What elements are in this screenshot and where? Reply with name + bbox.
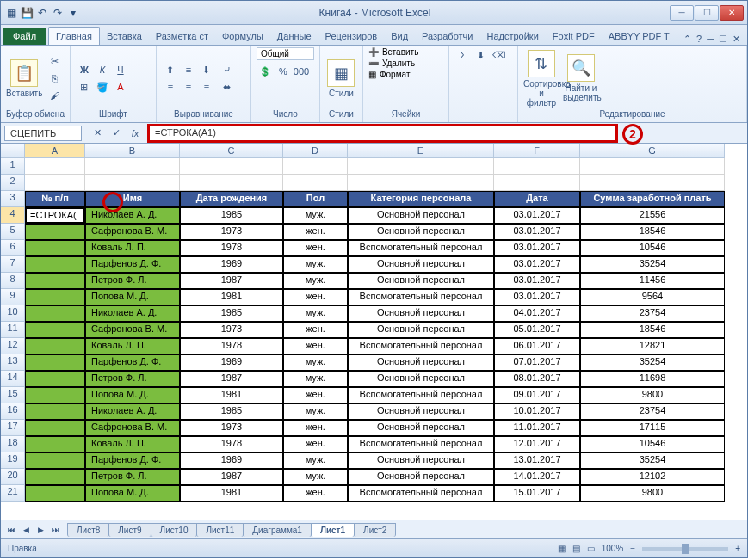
- tab-insert[interactable]: Вставка: [100, 28, 149, 45]
- cell-cat[interactable]: Вспомогательный персонал: [348, 338, 494, 354]
- cell-sum[interactable]: 12821: [580, 338, 725, 354]
- cell-cat[interactable]: Основной персонал: [348, 420, 494, 436]
- cell-cat[interactable]: Вспомогательный персонал: [348, 485, 494, 502]
- view-break-icon[interactable]: ▭: [587, 544, 595, 553]
- cell-date[interactable]: 06.01.2017: [494, 338, 580, 354]
- cell-birth[interactable]: 1973: [180, 420, 283, 436]
- doc-min-icon[interactable]: ─: [707, 34, 714, 45]
- formula-input[interactable]: =СТРОКА(A1) 2: [147, 124, 618, 143]
- sheet-tab-Лист8[interactable]: Лист8: [67, 523, 109, 537]
- cell-date[interactable]: 13.01.2017: [494, 452, 580, 469]
- cell-sex[interactable]: муж.: [283, 256, 348, 273]
- cell-name[interactable]: Попова М. Д.: [85, 485, 180, 502]
- doc-close-icon[interactable]: ✕: [733, 34, 740, 45]
- tab-abbyy[interactable]: ABBYY PDF T: [602, 28, 677, 45]
- align-left-icon[interactable]: ≡: [162, 79, 179, 95]
- cell-sum[interactable]: 23754: [580, 305, 725, 322]
- sheet-tab-Лист11[interactable]: Лист11: [196, 523, 244, 537]
- cell-birth[interactable]: 1978: [180, 338, 283, 354]
- tab-last-icon[interactable]: ⏭: [48, 523, 62, 537]
- cell-date[interactable]: 14.01.2017: [494, 469, 580, 485]
- cell-num[interactable]: [25, 371, 85, 387]
- cell-name[interactable]: Николаев А. Д.: [85, 403, 180, 420]
- cell-name[interactable]: Петров Ф. Л.: [85, 273, 180, 289]
- cell-birth[interactable]: 1987: [180, 273, 283, 289]
- tab-developer[interactable]: Разработчи: [415, 28, 479, 45]
- row-hdr-4[interactable]: 4: [1, 207, 25, 224]
- row-hdr-5[interactable]: 5: [1, 224, 25, 240]
- cell-birth[interactable]: 1973: [180, 224, 283, 240]
- cell-sex[interactable]: муж.: [283, 371, 348, 387]
- copy-icon[interactable]: ⎘: [46, 71, 63, 86]
- cell-birth[interactable]: 1981: [180, 387, 283, 403]
- cell-num[interactable]: [25, 403, 85, 420]
- editing-cell[interactable]: =СТРОКА(: [25, 207, 85, 224]
- sort-filter-button[interactable]: ⇅ Сортировка и фильтр: [523, 50, 559, 108]
- col-hdr-D[interactable]: D: [283, 144, 348, 158]
- cut-icon[interactable]: ✂: [46, 53, 63, 69]
- cell-sum[interactable]: 12102: [580, 469, 725, 485]
- cell-sum[interactable]: 11456: [580, 273, 725, 289]
- cell-sex[interactable]: муж.: [283, 452, 348, 469]
- cell[interactable]: [25, 158, 85, 175]
- row-hdr-8[interactable]: 8: [1, 273, 25, 289]
- cell-num[interactable]: [25, 322, 85, 338]
- cell-sex[interactable]: жен.: [283, 240, 348, 256]
- cell-cat[interactable]: Основной персонал: [348, 207, 494, 224]
- cell-num[interactable]: [25, 338, 85, 354]
- cell-cat[interactable]: Вспомогательный персонал: [348, 387, 494, 403]
- cell-birth[interactable]: 1985: [180, 403, 283, 420]
- fill-icon[interactable]: 🪣: [94, 79, 111, 95]
- row-hdr-16[interactable]: 16: [1, 403, 25, 420]
- cell-cat[interactable]: Основной персонал: [348, 452, 494, 469]
- cell-birth[interactable]: 1969: [180, 256, 283, 273]
- cell-sex[interactable]: муж.: [283, 354, 348, 371]
- cell[interactable]: [348, 175, 494, 191]
- row-hdr-12[interactable]: 12: [1, 338, 25, 354]
- cell-sex[interactable]: муж.: [283, 305, 348, 322]
- wrap-icon[interactable]: ⤶: [219, 62, 236, 77]
- cell-sex[interactable]: жен.: [283, 289, 348, 305]
- maximize-button[interactable]: ☐: [695, 5, 719, 21]
- cell-cat[interactable]: Основной персонал: [348, 224, 494, 240]
- font-color-icon[interactable]: A: [112, 79, 129, 95]
- cell-sex[interactable]: жен.: [283, 420, 348, 436]
- row-hdr-20[interactable]: 20: [1, 469, 25, 485]
- cell-name[interactable]: Попова М. Д.: [85, 387, 180, 403]
- close-button[interactable]: ✕: [720, 5, 744, 21]
- tab-data[interactable]: Данные: [270, 28, 318, 45]
- cell[interactable]: [180, 158, 283, 175]
- cell-num[interactable]: [25, 354, 85, 371]
- col-hdr-C[interactable]: C: [180, 144, 283, 158]
- cell-cat[interactable]: Основной персонал: [348, 371, 494, 387]
- cell[interactable]: [180, 175, 283, 191]
- col-hdr-G[interactable]: G: [580, 144, 725, 158]
- cell-name[interactable]: Николаев А. Д.: [85, 305, 180, 322]
- sheet-area[interactable]: ABCDEFG123№ п/пИмяДата рожденияПолКатего…: [1, 144, 747, 520]
- redo-icon[interactable]: ↷: [51, 6, 65, 20]
- cell-sex[interactable]: муж.: [283, 207, 348, 224]
- cell-date[interactable]: 03.01.2017: [494, 256, 580, 273]
- cell-cat[interactable]: Вспомогательный персонал: [348, 289, 494, 305]
- cell-num[interactable]: [25, 256, 85, 273]
- zoom-value[interactable]: 100%: [602, 544, 624, 553]
- row-hdr-17[interactable]: 17: [1, 420, 25, 436]
- cell-num[interactable]: [25, 240, 85, 256]
- cell-cat[interactable]: Основной персонал: [348, 305, 494, 322]
- tab-formulas[interactable]: Формулы: [215, 28, 270, 45]
- row-hdr-18[interactable]: 18: [1, 436, 25, 452]
- cell-sex[interactable]: жен.: [283, 338, 348, 354]
- cell-num[interactable]: [25, 469, 85, 485]
- col-hdr-E[interactable]: E: [348, 144, 494, 158]
- cell-sum[interactable]: 11698: [580, 371, 725, 387]
- cell-birth[interactable]: 1973: [180, 322, 283, 338]
- sheet-tab-Лист1[interactable]: Лист1: [311, 523, 355, 537]
- cell-cat[interactable]: Основной персонал: [348, 403, 494, 420]
- cell-name[interactable]: Коваль Л. П.: [85, 436, 180, 452]
- cell-date[interactable]: 10.01.2017: [494, 403, 580, 420]
- col-hdr-F[interactable]: F: [494, 144, 580, 158]
- file-tab[interactable]: Файл: [3, 28, 46, 45]
- cell-sum[interactable]: 9800: [580, 387, 725, 403]
- cell-name[interactable]: Парфенов Д. Ф.: [85, 256, 180, 273]
- cell[interactable]: [580, 158, 725, 175]
